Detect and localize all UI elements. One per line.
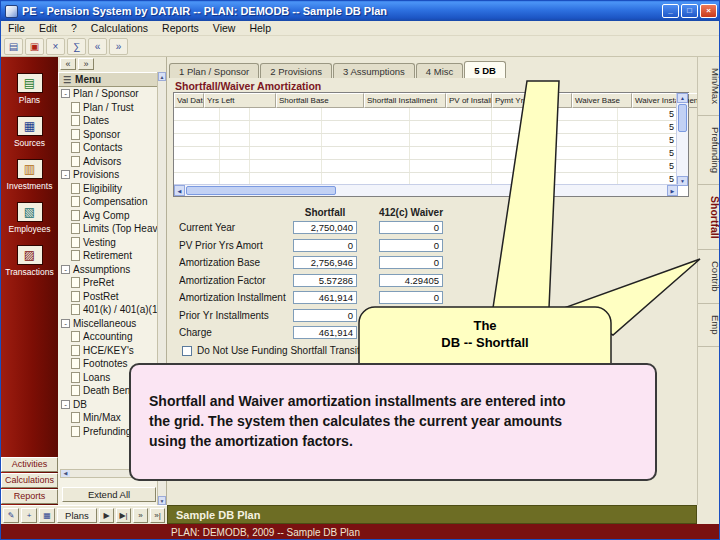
grid-cell[interactable] — [250, 160, 322, 172]
side-tab[interactable]: Contrib — [698, 250, 720, 304]
grid-cell[interactable] — [220, 108, 250, 120]
shortfall-field-input[interactable]: 2,756,946 — [293, 256, 357, 269]
tree-item[interactable]: Compensation — [58, 195, 158, 209]
close-button[interactable]: × — [700, 4, 717, 18]
tree-item[interactable]: Eligibility — [58, 182, 158, 196]
add-icon[interactable]: + — [21, 508, 37, 523]
grid-cell[interactable]: 2 — [492, 160, 538, 172]
side-tab[interactable]: Min/Max — [698, 57, 720, 116]
grid-cell[interactable] — [410, 121, 492, 133]
grid-cell[interactable] — [250, 134, 322, 146]
scrollbar-thumb[interactable] — [186, 186, 336, 195]
tree-item[interactable]: Accounting — [58, 330, 158, 344]
extend-all-button[interactable]: Extend All — [62, 487, 156, 502]
grid-cell[interactable]: 6 — [492, 108, 538, 120]
tree-back-button[interactable]: « — [60, 58, 76, 70]
grid-cell[interactable] — [322, 160, 410, 172]
waiver-field-input[interactable]: 4.29405 — [379, 274, 443, 287]
grid-column-header[interactable]: Waiver Installment — [632, 93, 704, 108]
calculations-button[interactable]: Calculations — [1, 473, 58, 488]
waiver-field-input[interactable]: 0 — [379, 221, 443, 234]
tree-item[interactable]: - Assumptions — [58, 263, 158, 277]
side-tab[interactable]: Shortfall — [698, 185, 720, 251]
grid-column-header[interactable]: Val Date — [174, 93, 204, 108]
waiver-field-input[interactable]: 0 — [379, 291, 443, 304]
scroll-left-icon[interactable]: ◀ — [174, 185, 185, 196]
rail-item-plans[interactable]: ▤ Plans — [1, 73, 58, 105]
waiver-field-input[interactable]: 0 — [379, 326, 443, 339]
menu-item[interactable]: View — [206, 22, 243, 34]
grid-cell[interactable] — [410, 160, 492, 172]
waiver-field-input[interactable]: 0 — [379, 239, 443, 252]
table-row[interactable]: 4 5 — [174, 134, 688, 147]
table-row[interactable]: 3 5 — [174, 147, 688, 160]
forward-icon[interactable]: » — [109, 38, 128, 55]
fast-forward-icon[interactable]: » — [133, 508, 148, 523]
scroll-down-icon[interactable]: ▼ — [677, 176, 688, 186]
tree-item[interactable]: - Miscellaneous — [58, 317, 158, 331]
pencil-icon[interactable]: ✎ — [3, 508, 19, 523]
menu-item[interactable]: ? — [64, 22, 84, 34]
rail-item-sources[interactable]: ▦ Sources — [1, 116, 58, 148]
table-row[interactable]: 2 5 — [174, 160, 688, 173]
scroll-right-icon[interactable]: ▶ — [667, 185, 678, 196]
tab[interactable]: 5 DB — [464, 61, 506, 78]
tree-item[interactable]: Avg Comp — [58, 209, 158, 223]
grid-column-header[interactable]: PV of Installments — [446, 93, 492, 108]
delete-icon[interactable]: × — [46, 38, 65, 55]
waiver-field-input[interactable]: 0 — [379, 256, 443, 269]
waiver-field-input[interactable]: 0 — [379, 309, 443, 322]
tree-forward-button[interactable]: » — [78, 58, 94, 70]
grid-column-header[interactable]: Shortfall Base — [276, 93, 364, 108]
calculator-icon[interactable]: ∑ — [67, 38, 86, 55]
grid-cell[interactable] — [220, 134, 250, 146]
form-icon[interactable]: ▤ — [4, 38, 23, 55]
grid-cell[interactable] — [322, 134, 410, 146]
grid-cell[interactable] — [322, 108, 410, 120]
grid-cell[interactable]: 5 — [618, 121, 678, 133]
rail-item-transactions[interactable]: ▨ Transactions — [1, 245, 58, 277]
grid-cell[interactable] — [410, 147, 492, 159]
last-record-icon[interactable]: ▶| — [116, 508, 131, 523]
tab[interactable]: 1 Plan / Sponsor — [169, 63, 259, 78]
scroll-left-icon[interactable]: ◀ — [61, 470, 70, 477]
expand-icon[interactable]: - — [61, 319, 70, 328]
grid-cell[interactable] — [220, 147, 250, 159]
tree-item[interactable]: Vesting — [58, 236, 158, 250]
table-row[interactable]: 5 5 — [174, 121, 688, 134]
scroll-down-icon[interactable]: ▼ — [158, 496, 166, 505]
grid-cell[interactable] — [174, 147, 220, 159]
grid-cell[interactable]: 5 — [618, 134, 678, 146]
expand-icon[interactable]: - — [61, 400, 70, 409]
shortfall-field-input[interactable]: 5.57286 — [293, 274, 357, 287]
grid-cell[interactable]: 5 — [492, 121, 538, 133]
expand-icon[interactable]: - — [61, 170, 70, 179]
tree-item[interactable]: Limits (Top Heavy) — [58, 222, 158, 236]
grid-cell[interactable] — [250, 121, 322, 133]
grid-cell[interactable] — [538, 108, 618, 120]
grid-cell[interactable] — [174, 108, 220, 120]
grid-cell[interactable] — [220, 121, 250, 133]
print-icon[interactable]: ▣ — [25, 38, 44, 55]
grid-column-header[interactable]: Waiver Base — [572, 93, 632, 108]
grid-cell[interactable] — [322, 147, 410, 159]
tree-item[interactable]: Retirement — [58, 249, 158, 263]
table-row[interactable]: 6 5 — [174, 108, 688, 121]
tree-item[interactable]: HCE/KEY's — [58, 344, 158, 358]
grid-cell[interactable]: 3 — [492, 147, 538, 159]
grid-cell[interactable] — [250, 147, 322, 159]
title-bar[interactable]: PE - Pension System by DATAIR -- PLAN: D… — [1, 1, 720, 21]
expand-icon[interactable]: - — [61, 89, 70, 98]
grid-cell[interactable]: 4 — [492, 134, 538, 146]
reports-button[interactable]: Reports — [1, 489, 58, 504]
shortfall-field-input[interactable]: 0 — [293, 239, 357, 252]
checkbox[interactable] — [182, 346, 192, 356]
scroll-up-icon[interactable]: ▲ — [677, 93, 688, 103]
maximize-button[interactable]: □ — [681, 4, 698, 18]
grid-cell[interactable] — [538, 160, 618, 172]
activities-button[interactable]: Activities — [1, 457, 58, 472]
tree-item[interactable]: Sponsor — [58, 128, 158, 142]
grid-cell[interactable] — [174, 160, 220, 172]
end-icon[interactable]: »| — [150, 508, 165, 523]
grid-cell[interactable] — [174, 121, 220, 133]
